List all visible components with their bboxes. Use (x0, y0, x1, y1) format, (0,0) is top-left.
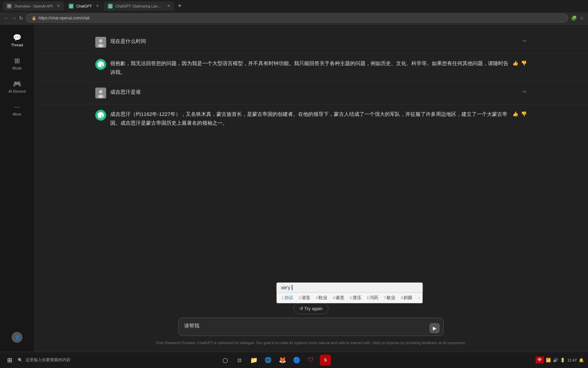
browser-chrome: ⚙ Overview - OpenAI API ✕ 🤖 ChatGPT ✕ 🤖 … (0, 0, 588, 25)
network-icon[interactable]: 📶 (546, 358, 551, 363)
assistant-message-2-text: 成吉思汗（约1162年-1227年），又名铁木真，蒙古族首长，是蒙古帝国的创建者… (110, 110, 508, 127)
ime-candidate-2-text: 谐音 (301, 295, 310, 301)
taskbar-icon-cortana[interactable]: ◯ (220, 355, 231, 366)
sidebar-item-mode[interactable]: ⊞ Mode (2, 52, 32, 74)
feedback-icons-2: 👍 👎 (512, 110, 527, 117)
message-2-actions: ✏ (523, 88, 527, 94)
chat-area: 现在是什么时间 ✏ 很抱歉，我无法回答您的问题，因为我是一个大型语言模型，并不具… (34, 25, 588, 299)
svg-point-2 (98, 44, 103, 47)
taskbar-search[interactable]: 🔍 这里输入你要搜索的内容 (18, 357, 217, 363)
ime-candidate-1-text: 协议 (284, 295, 293, 301)
ime-candidate-7-text: 歇业 (387, 295, 395, 301)
tab-1-close[interactable]: ✕ (57, 4, 60, 8)
taskbar: ⊞ 🔍 这里输入你要搜索的内容 ◯ ⊡ 📁 🌐 🦊 🔵 🛡 S 中 📶 🔊 🔋 … (0, 352, 588, 368)
user-message-2: 成吉思汗是谁 ✏ (34, 82, 588, 104)
address-text: https://chat.openai.com/chat (38, 16, 89, 20)
address-input[interactable]: 🔒 https://chat.openai.com/chat (26, 14, 568, 22)
sidebar-item-user[interactable]: 👤 (2, 328, 32, 347)
notification-icon[interactable]: 🔔 (579, 358, 584, 363)
svg-point-1 (99, 39, 102, 43)
new-tab-button[interactable]: + (175, 1, 184, 11)
ime-candidate-8-text: 斜眼 (404, 295, 412, 301)
ime-candidate-7[interactable]: 7 歇业 (382, 294, 397, 302)
search-icon: 🔍 (18, 358, 23, 363)
taskbar-search-placeholder: 这里输入你要搜索的内容 (26, 357, 70, 363)
discord-icon: 🎮 (13, 80, 21, 88)
ime-candidate-5-text: 泄压 (353, 295, 361, 301)
taskbar-icon-explorer[interactable]: 📁 (248, 355, 259, 366)
tab-2[interactable]: 🤖 ChatGPT ✕ (65, 1, 103, 11)
tab-bar: ⚙ Overview - OpenAI API ✕ 🤖 ChatGPT ✕ 🤖 … (0, 0, 588, 12)
reload-button[interactable]: ↻ (19, 15, 23, 21)
ime-input-text: xie'y (281, 285, 290, 290)
ime-cursor (292, 285, 292, 290)
ime-candidate-4[interactable]: 4 谢意 (331, 294, 346, 302)
user-avatar-small: 👤 (12, 332, 22, 343)
extensions-icon[interactable]: 🧩 (571, 15, 577, 21)
tab-1-favicon: ⚙ (7, 4, 12, 9)
ime-candidate-2[interactable]: 2 谐音 (297, 294, 312, 302)
ime-candidate-8[interactable]: 8 斜眼 (399, 294, 414, 302)
tab-2-close[interactable]: ✕ (96, 4, 99, 8)
taskbar-icon-taskview[interactable]: ⊡ (234, 355, 245, 366)
ime-candidate-3-text: 鞋业 (318, 295, 327, 301)
input-container: 请帮我 ▶ (178, 318, 444, 337)
start-button[interactable]: ⊞ (4, 355, 15, 366)
taskbar-icon-sougou[interactable]: S (320, 355, 331, 366)
forward-button[interactable]: → (12, 15, 16, 21)
tab-2-title: ChatGPT (76, 4, 92, 8)
taskbar-icon-antivirus[interactable]: 🛡 (306, 355, 316, 366)
edit-icon-1[interactable]: ✏ (523, 38, 527, 44)
ime-candidate-1[interactable]: 1 协议 (279, 294, 295, 302)
user-message-2-text: 成吉思汗是谁 (110, 88, 519, 95)
feedback-icons-1: 👍 👎 (512, 59, 527, 66)
ime-candidate-3[interactable]: 3 鞋业 (314, 294, 329, 302)
ime-next-arrow[interactable]: › (418, 295, 420, 300)
user-message-1: 现在是什么时间 ✏ (34, 31, 588, 53)
taskbar-icon-edge[interactable]: 🌐 (263, 355, 274, 366)
tab-2-favicon: 🤖 (69, 4, 74, 9)
ime-candidate-6[interactable]: 6 泻药 (365, 294, 380, 302)
edit-icon-2[interactable]: ✏ (523, 89, 527, 94)
thumbs-up-1[interactable]: 👍 (512, 60, 518, 66)
thread-icon: 💬 (13, 33, 21, 42)
try-again-button[interactable]: ↺ Try again (294, 303, 328, 314)
ime-candidate-5[interactable]: 5 泄压 (348, 294, 363, 302)
user-avatar-2 (95, 88, 106, 98)
ime-candidate-6-text: 泻药 (370, 295, 378, 301)
sidebar-item-thread[interactable]: 💬 Thread (2, 29, 32, 51)
send-button[interactable]: ▶ (429, 323, 440, 333)
sidebar: 💬 Thread ⊞ Mode 🎮 AI Discord ··· More 👤 (0, 25, 34, 352)
address-bar: ← → ↻ 🔒 https://chat.openai.com/chat 🧩 ☆ (0, 12, 588, 25)
user-message-1-text: 现在是什么时间 (110, 37, 519, 45)
taskbar-icon-browser2[interactable]: 🔵 (291, 355, 302, 366)
taskbar-pinned-icons: ◯ ⊡ 📁 🌐 🦊 🔵 🛡 S (220, 355, 331, 366)
tab-3[interactable]: 🤖 ChatGPT: Optimizing Language ✕ (104, 1, 174, 11)
svg-point-4 (99, 90, 102, 93)
lock-icon: 🔒 (32, 16, 36, 20)
tab-3-close[interactable]: ✕ (167, 4, 170, 8)
battery-icon[interactable]: 🔋 (560, 358, 565, 363)
chat-input[interactable]: 请帮我 (178, 318, 444, 336)
disclaimer-text: Free Research Preview. ChatGPT is optimi… (156, 341, 466, 345)
clock: 11:47 (567, 358, 577, 362)
ime-indicator[interactable]: 中 (536, 356, 544, 364)
svg-point-5 (98, 95, 103, 98)
assistant-message-1: 很抱歉，我无法回答您的问题，因为我是一个大型语言模型，并不具有时钟功能。我只能回… (34, 53, 588, 82)
thumbs-down-2[interactable]: 👎 (521, 111, 527, 117)
bookmark-icon[interactable]: ☆ (579, 15, 584, 21)
mode-icon: ⊞ (14, 57, 20, 65)
assistant-avatar-1 (95, 59, 106, 70)
ime-candidates: 1 协议 2 谐音 3 鞋业 4 谢意 5 泄压 6 泻药 (276, 293, 423, 303)
thumbs-down-1[interactable]: 👎 (521, 60, 527, 66)
tab-3-favicon: 🤖 (108, 4, 113, 9)
taskbar-icon-firefox[interactable]: 🦊 (277, 355, 288, 366)
tab-1[interactable]: ⚙ Overview - OpenAI API ✕ (3, 1, 64, 11)
sound-icon[interactable]: 🔊 (553, 358, 558, 363)
message-1-actions: ✏ (523, 37, 527, 44)
thumbs-up-2[interactable]: 👍 (512, 111, 518, 117)
back-button[interactable]: ← (4, 15, 9, 21)
sidebar-item-more[interactable]: ··· More (2, 99, 32, 120)
sidebar-item-discord[interactable]: 🎮 AI Discord (2, 76, 32, 97)
sidebar-item-discord-label: AI Discord (9, 89, 26, 93)
